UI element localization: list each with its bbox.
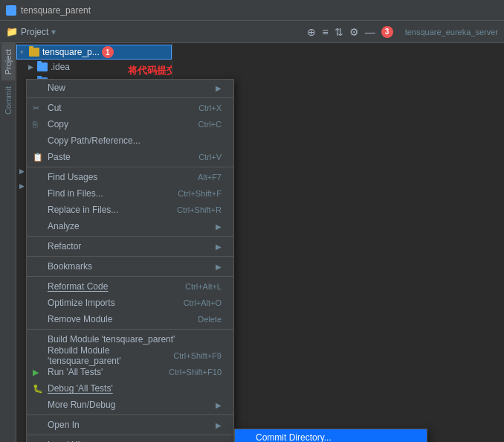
sidebar-tab-project[interactable]: Project [1, 43, 15, 80]
context-menu: New ▶ ✂ Cut Ctrl+X ⎘ Copy Ctrl+C Copy Pa… [26, 79, 234, 442]
separator-2 [27, 167, 233, 167]
expand-arrow-idea: ▶ [28, 63, 37, 71]
left-tabs: Project Commit [0, 43, 16, 442]
project-dropdown-arrow[interactable]: ▾ [51, 27, 56, 37]
separator-6 [27, 329, 233, 330]
menu-reformat[interactable]: Reformat Code Ctrl+Alt+L [27, 278, 233, 295]
menu-copy[interactable]: ⎘ Copy Ctrl+C [27, 116, 233, 132]
add-icon[interactable]: ⊕ [307, 26, 316, 38]
menu-bookmarks[interactable]: Bookmarks ▶ [27, 258, 233, 275]
badge-3: 3 [381, 26, 393, 38]
copy-icon: ⎘ [33, 120, 38, 129]
menu-remove-module[interactable]: Remove Module Delete [27, 311, 233, 327]
separator-5 [27, 276, 233, 277]
menu-refactor[interactable]: Refactor ▶ [27, 238, 233, 254]
cut-icon: ✂ [33, 103, 39, 113]
separator-8 [27, 435, 233, 435]
menu-replace-files[interactable]: Replace in Files... Ctrl+Shift+R [27, 202, 233, 218]
menu-open-in[interactable]: Open In ▶ [27, 417, 233, 433]
folder-icon-idea [37, 63, 48, 71]
menu-run-tests[interactable]: ▶ Run 'All Tests' Ctrl+Shift+F10 [27, 364, 233, 380]
paste-icon: 📋 [33, 153, 43, 162]
menu-rebuild-module[interactable]: Rebuild Module 'tensquare_parent' Ctrl+S… [27, 347, 233, 364]
menu-find-usages[interactable]: Find Usages Alt+F7 [27, 169, 233, 185]
tree-item-idea[interactable]: ▶ .idea [16, 60, 172, 74]
submenu-commit-dir[interactable]: Commit Directory... [235, 429, 427, 442]
menu-analyze[interactable]: Analyze ▶ [27, 218, 233, 234]
separator-1 [27, 97, 233, 98]
expand-arrow-root: ▾ [20, 48, 29, 56]
project-folder-icon: 📁 [6, 26, 18, 37]
separator-4 [27, 256, 233, 257]
separator-7 [27, 414, 233, 415]
settings-icon[interactable]: ⚙ [349, 26, 359, 38]
menu-find-files[interactable]: Find in Files... Ctrl+Shift+F [27, 185, 233, 202]
git-submenu: Commit Directory... Add Ctrl+Alt+A ⚙ .gi… [234, 429, 427, 442]
ann-circle-1: 1 [102, 46, 114, 58]
menu-copy-path[interactable]: Copy Path/Reference... [27, 132, 233, 149]
menu-paste[interactable]: 📋 Paste Ctrl+V [27, 149, 233, 165]
minimize-icon[interactable]: — [365, 26, 375, 38]
menu-cut[interactable]: ✂ Cut Ctrl+X [27, 100, 233, 116]
menu-more-run[interactable]: More Run/Debug ▶ [27, 397, 233, 413]
project-label[interactable]: Project [21, 27, 48, 37]
run-icon: ▶ [33, 368, 39, 377]
menu-debug-tests[interactable]: 🐛 Debug 'All Tests' [27, 380, 233, 397]
toolbar-right-text: tensquare_eureka_server [405, 28, 498, 36]
menu-optimize[interactable]: Optimize Imports Ctrl+Alt+O [27, 295, 233, 311]
debug-icon: 🐛 [33, 384, 43, 394]
toolbar: 📁 Project ▾ ⊕ ≡ ⇅ ⚙ — 3 tensquare_eureka… [0, 21, 504, 43]
menu-local-history[interactable]: Local History ▶ [27, 437, 233, 442]
list-icon[interactable]: ≡ [322, 26, 328, 38]
main-layout: Project Commit 将代码提交到远程仓库 ▾ tensquare_p.… [0, 43, 504, 442]
title-bar-text: tensquare_parent [21, 5, 91, 16]
sort-icon[interactable]: ⇅ [335, 26, 343, 38]
toolbar-project: 📁 Project ▾ [6, 26, 56, 37]
tree-item-root[interactable]: ▾ tensquare_p... 1 [16, 45, 172, 60]
tree-label-root: tensquare_p... [42, 47, 100, 57]
folder-icon-root [29, 48, 39, 57]
toolbar-icons: ⊕ ≡ ⇅ ⚙ — 3 tensquare_eureka_server [307, 26, 498, 38]
menu-new[interactable]: New ▶ [27, 80, 233, 96]
separator-3 [27, 236, 233, 237]
app-icon [6, 5, 16, 16]
sidebar-tab-commit[interactable]: Commit [1, 80, 15, 121]
title-bar: tensquare_parent [0, 0, 504, 21]
tree-label-idea: .idea [51, 62, 70, 72]
